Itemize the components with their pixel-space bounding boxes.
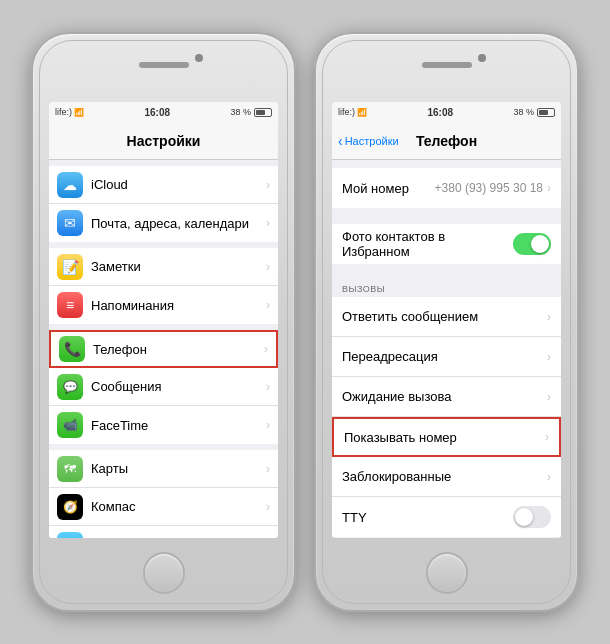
status-right-2: 38 % [513,107,555,117]
nav-title-1: Настройки [127,133,201,149]
safari-icon: 🌐 [57,532,83,538]
phone-1: life:) 📶 16:08 38 % Настройки [31,32,296,612]
my-number-section: Мой номер +380 (93) 995 30 18 › [332,168,561,208]
maps-icon: 🗺 [57,456,83,482]
waiting-chevron: › [547,390,551,404]
chevron-compass: › [266,500,270,514]
screen-2: life:) 📶 16:08 38 % ‹ Настро [332,102,561,538]
home-button-1[interactable] [143,552,185,594]
list-item-reminders[interactable]: ≡ Напоминания › [49,286,278,324]
wifi-icon-2: 📶 [357,108,367,117]
my-number-value: +380 (93) 995 30 18 [435,181,543,195]
icloud-icon: ☁ [57,172,83,198]
forwarding-item[interactable]: Переадресация › [332,337,561,377]
messages-icon: 💬 [57,374,83,400]
waiting-label: Ожидание вызова [342,389,547,404]
status-bar-1: life:) 📶 16:08 38 % [49,102,278,122]
nav-back-button[interactable]: ‹ Настройки [338,133,399,149]
battery-pct-1: 38 % [230,107,251,117]
forwarding-chevron: › [547,350,551,364]
chevron-facetime: › [266,418,270,432]
chevron-maps: › [266,462,270,476]
phone-shell-1: life:) 📶 16:08 38 % Настройки [31,32,296,612]
nav-title-2: Телефон [416,133,477,149]
chevron-notes: › [266,260,270,274]
chevron-mail: › [266,216,270,230]
contacts-photo-toggle[interactable] [513,233,551,255]
facetime-icon: 📹 [57,412,83,438]
mail-label: Почта, адреса, календари [91,216,266,231]
nav-back-label: Настройки [345,135,399,147]
phone-settings-content: Мой номер +380 (93) 995 30 18 › Фото кон… [332,160,561,538]
phone-icon: 📞 [59,336,85,362]
forwarding-label: Переадресация [342,349,547,364]
show-number-item[interactable]: Показывать номер › [332,417,561,457]
status-left-2: life:) 📶 [338,107,367,117]
contacts-section: Фото контактов в Избранном [332,224,561,264]
list-item-notes[interactable]: 📝 Заметки › [49,248,278,286]
status-time-1: 16:08 [144,107,170,118]
wifi-icon-1: 📶 [74,108,84,117]
my-number-item[interactable]: Мой номер +380 (93) 995 30 18 › [332,168,561,208]
list-group-notes: 📝 Заметки › ≡ Напоминания › [49,248,278,324]
list-item-mail[interactable]: ✉ Почта, адреса, календари › [49,204,278,242]
calls-section-header: ВЫЗОВЫ [332,280,561,297]
calls-section: Ответить сообщением › Переадресация › Ож… [332,297,561,537]
compass-label: Компас [91,499,266,514]
chevron-icloud: › [266,178,270,192]
messages-label: Сообщения [91,379,266,394]
tty-label: TTY [342,510,513,525]
list-group-cloud: ☁ iCloud › ✉ Почта, адреса, календари › [49,166,278,242]
speaker-2 [422,62,472,68]
blocked-item[interactable]: Заблокированные › [332,457,561,497]
contacts-photo-label: Фото контактов в Избранном [342,229,513,259]
battery-icon-1 [254,108,272,117]
tty-toggle[interactable] [513,506,551,528]
battery-icon-2 [537,108,555,117]
tty-item[interactable]: TTY [332,497,561,537]
list-group-maps: 🗺 Карты › 🧭 Компас › 🌐 Safari › [49,450,278,538]
reminders-label: Напоминания [91,298,266,313]
my-number-chevron: › [547,181,551,195]
contacts-photo-item[interactable]: Фото контактов в Избранном [332,224,561,264]
chevron-reminders: › [266,298,270,312]
front-camera-1 [195,54,203,62]
speaker-1 [139,62,189,68]
list-item-messages[interactable]: 💬 Сообщения › [49,368,278,406]
home-button-2[interactable] [426,552,468,594]
mail-icon: ✉ [57,210,83,236]
status-right-1: 38 % [230,107,272,117]
maps-label: Карты [91,461,266,476]
settings-list-1: ☁ iCloud › ✉ Почта, адреса, календари › [49,160,278,538]
show-number-chevron: › [545,430,549,444]
blocked-label: Заблокированные [342,469,547,484]
back-chevron-icon: ‹ [338,133,343,149]
notes-icon: 📝 [57,254,83,280]
status-bar-2: life:) 📶 16:08 38 % [332,102,561,122]
list-item-compass[interactable]: 🧭 Компас › [49,488,278,526]
front-camera-2 [478,54,486,62]
answer-message-item[interactable]: Ответить сообщением › [332,297,561,337]
facetime-label: FaceTime [91,418,266,433]
list-item-safari[interactable]: 🌐 Safari › [49,526,278,538]
blocked-chevron: › [547,470,551,484]
icloud-label: iCloud [91,177,266,192]
phone-shell-2: life:) 📶 16:08 38 % ‹ Настро [314,32,579,612]
reminders-icon: ≡ [57,292,83,318]
list-group-phone: 📞 Телефон › 💬 Сообщения › 📹 FaceTime [49,330,278,444]
carrier-2: life:) [338,107,355,117]
safari-label: Safari [91,538,266,539]
list-item-maps[interactable]: 🗺 Карты › [49,450,278,488]
waiting-item[interactable]: Ожидание вызова › [332,377,561,417]
phone-label: Телефон [93,342,264,357]
list-item-phone[interactable]: 📞 Телефон › [49,330,278,368]
compass-icon: 🧭 [57,494,83,520]
answer-message-label: Ответить сообщением [342,309,547,324]
status-left-1: life:) 📶 [55,107,84,117]
list-item-icloud[interactable]: ☁ iCloud › [49,166,278,204]
carrier-1: life:) [55,107,72,117]
chevron-messages: › [266,380,270,394]
notes-label: Заметки [91,259,266,274]
list-item-facetime[interactable]: 📹 FaceTime › [49,406,278,444]
nav-bar-2: ‹ Настройки Телефон [332,122,561,160]
